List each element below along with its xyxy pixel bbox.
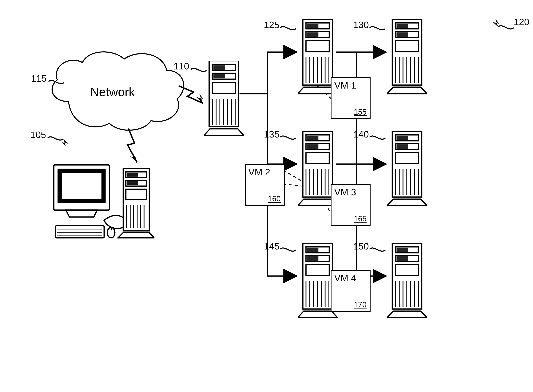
squiggle-145 <box>280 248 296 251</box>
squiggle-125 <box>280 27 296 30</box>
ref-125: 125 <box>264 19 279 30</box>
squiggle-150 <box>370 248 385 251</box>
vm1-title: VM 1 <box>334 80 356 91</box>
svg-rect-59 <box>306 41 329 52</box>
svg-rect-45 <box>214 75 224 78</box>
svg-rect-97 <box>397 145 407 148</box>
svg-rect-46 <box>212 82 236 93</box>
svg-rect-34 <box>126 189 147 200</box>
svg-rect-31 <box>128 173 137 176</box>
svg-rect-95 <box>397 136 407 139</box>
server-110 <box>204 61 244 137</box>
ref-115: 115 <box>31 73 46 84</box>
svg-rect-124 <box>395 265 419 276</box>
svg-rect-111 <box>306 265 329 276</box>
ref-120: 120 <box>514 17 529 27</box>
svg-rect-82 <box>308 136 318 139</box>
svg-rect-108 <box>308 248 318 251</box>
vm3-ref: 165 <box>354 215 366 223</box>
svg-rect-71 <box>397 33 407 36</box>
ref-145: 145 <box>264 241 279 252</box>
svg-rect-43 <box>214 66 224 69</box>
ref-110: 110 <box>174 61 189 71</box>
ref-150: 150 <box>353 241 369 252</box>
svg-rect-110 <box>308 257 318 260</box>
svg-rect-56 <box>308 24 318 28</box>
vm4-title: VM 4 <box>334 273 356 283</box>
vm3-title: VM 3 <box>334 187 356 197</box>
svg-rect-33 <box>128 182 137 185</box>
vm4-ref: 170 <box>354 300 366 309</box>
svg-rect-23 <box>61 172 102 199</box>
ref-135: 135 <box>264 129 279 140</box>
squiggle-140 <box>370 136 385 139</box>
vm2-title: VM 2 <box>248 167 270 177</box>
ref-140: 140 <box>353 129 369 140</box>
network-label: Network <box>90 85 135 99</box>
squiggle-135 <box>280 136 296 139</box>
svg-rect-69 <box>397 24 407 28</box>
svg-rect-123 <box>397 257 407 260</box>
vm-box-2: VM 2 160 <box>245 164 285 206</box>
svg-rect-58 <box>308 33 318 36</box>
server-150 <box>387 243 427 319</box>
squiggle-105 <box>48 137 69 147</box>
svg-rect-121 <box>397 248 407 251</box>
ref-130: 130 <box>353 19 369 30</box>
svg-rect-85 <box>306 153 329 164</box>
squiggle-130 <box>370 27 385 30</box>
ref-105: 105 <box>30 129 46 140</box>
svg-rect-98 <box>395 153 419 164</box>
vm2-ref: 160 <box>268 194 281 203</box>
vm-box-4: VM 4 170 <box>331 270 371 312</box>
workstation-icon <box>50 161 154 248</box>
vm-box-3: VM 3 165 <box>331 184 371 226</box>
server-140 <box>387 131 427 207</box>
vm-box-1: VM 1 155 <box>331 77 371 119</box>
server-130 <box>387 19 427 95</box>
squiggle-120 <box>493 19 514 29</box>
svg-rect-84 <box>308 145 318 148</box>
svg-rect-72 <box>395 41 419 52</box>
lightning-2 <box>128 128 137 162</box>
vm1-ref: 155 <box>354 108 366 116</box>
